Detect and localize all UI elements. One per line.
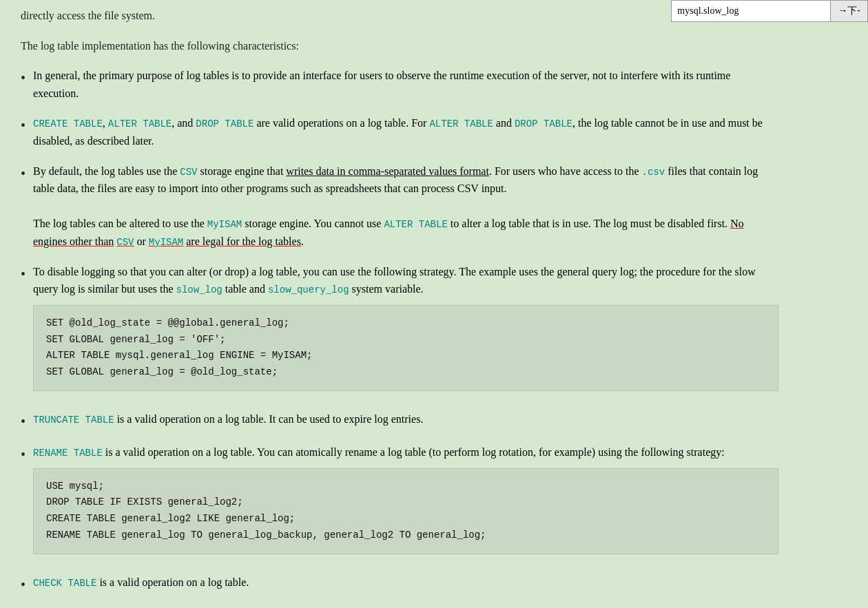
truncate-table-link[interactable]: TRUNCATE TABLE [33,415,114,426]
alter-table-link3[interactable]: ALTER TABLE [384,219,447,230]
characteristics-list: • In general, the primary purpose of log… [21,67,778,594]
bullet-content: CHECK TABLE is a valid operation on a lo… [33,574,778,591]
alter-table-link2[interactable]: ALTER TABLE [429,118,493,129]
list-item: • TRUNCATE TABLE is a valid operation on… [21,410,778,431]
csv-link[interactable]: CSV [180,167,197,178]
check-table-link[interactable]: CHECK TABLE [33,578,96,589]
slow-log-link[interactable]: slow_log [176,284,223,295]
list-item: • RENAME TABLE is a valid operation on a… [21,443,778,561]
underline-text: writes data in comma-separated values fo… [286,165,489,177]
list-item: • In general, the primary purpose of log… [21,67,778,102]
list-item: • By default, the log tables use the CSV… [21,163,778,251]
csv-link2[interactable]: CSV [116,237,134,248]
rename-table-link[interactable]: RENAME TABLE [33,448,103,459]
search-input[interactable] [672,1,830,21]
list-item: • To disable logging so that you can alt… [21,263,778,398]
csv-extension: .csv [642,167,665,178]
drop-table-link[interactable]: DROP TABLE [196,118,254,129]
bullet-dot: • [21,412,33,431]
bullet-dot: • [21,68,33,87]
bullet-dot: • [21,264,33,284]
bullet-content: By default, the log tables use the CSV s… [33,163,778,251]
search-button[interactable]: →下- [830,1,867,21]
bullet-content: In general, the primary purpose of log t… [33,67,778,102]
code-block-container-2: USE mysql; DROP TABLE IF EXISTS general_… [33,468,778,554]
drop-table-link2[interactable]: DROP TABLE [515,118,572,129]
intro-paragraph: directly access the file system. [21,7,778,25]
bullet-dot: • [21,164,33,183]
code-block-2: USE mysql; DROP TABLE IF EXISTS general_… [33,468,778,554]
myisam-link2[interactable]: MyISAM [149,237,183,248]
main-content: directly access the file system. The log… [0,0,799,608]
list-item: • CREATE TABLE, ALTER TABLE, and DROP TA… [21,114,778,149]
page-wrapper: →下- directly access the file system. The… [0,0,868,608]
list-item: • CHECK TABLE is a valid operation on a … [21,574,778,594]
bullet-content: To disable logging so that you can alter… [33,263,778,398]
bullet-dot: • [21,445,33,464]
bullet-content: RENAME TABLE is a valid operation on a l… [33,443,778,561]
bullet-dot: • [21,116,33,135]
log-table-intro: The log table implementation has the fol… [21,37,778,55]
alter-table-link[interactable]: ALTER TABLE [108,118,172,129]
create-table-link[interactable]: CREATE TABLE [33,118,103,129]
bullet-dot: • [21,575,33,594]
myisam-link[interactable]: MyISAM [207,219,242,230]
code-block-container: SET @old_log_state = @@global.general_lo… [33,305,778,391]
search-bar: →下- [671,0,868,22]
legal-text: are legal for the log tables [186,235,301,247]
slow-query-log-link[interactable]: slow_query_log [268,284,349,295]
bullet-content: CREATE TABLE, ALTER TABLE, and DROP TABL… [33,114,778,149]
code-block-1: SET @old_log_state = @@global.general_lo… [33,305,778,391]
bullet-content: TRUNCATE TABLE is a valid operation on a… [33,410,778,428]
